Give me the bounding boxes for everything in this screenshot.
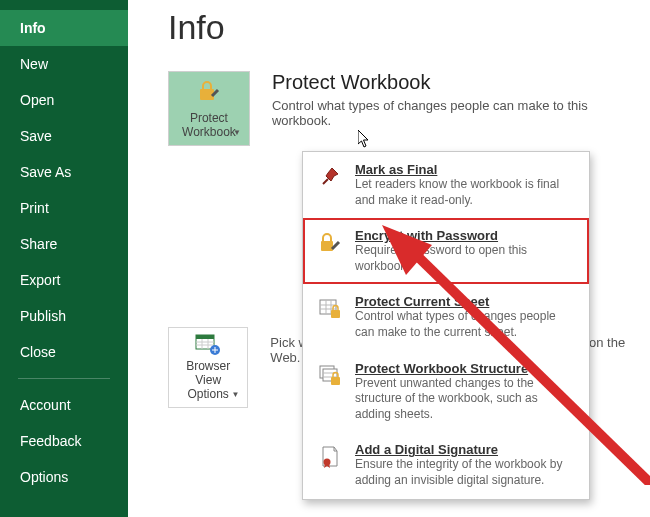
sidebar-item-account[interactable]: Account [0, 387, 128, 423]
svg-line-8 [323, 179, 328, 184]
menu-item-protect-workbook-structure[interactable]: Protect Workbook Structure Prevent unwan… [303, 351, 589, 433]
protect-workbook-menu: Mark as Final Let readers know the workb… [302, 151, 590, 500]
menu-item-add-digital-signature[interactable]: Add a Digital Signature Ensure the integ… [303, 432, 589, 498]
menu-item-title: Encrypt with Password [355, 228, 577, 243]
svg-rect-15 [331, 310, 340, 318]
workbook-lock-icon [315, 361, 345, 391]
menu-item-desc: Require a password to open this workbook… [355, 243, 577, 274]
svg-rect-9 [321, 241, 333, 251]
browser-view-icon [195, 334, 221, 359]
menu-item-desc: Ensure the integrity of the workbook by … [355, 457, 577, 488]
menu-item-mark-as-final[interactable]: Mark as Final Let readers know the workb… [303, 152, 589, 218]
protect-workbook-description: Control what types of changes people can… [272, 98, 630, 128]
sidebar-item-print[interactable]: Print [0, 190, 128, 226]
sidebar-item-info[interactable]: Info [0, 10, 128, 46]
menu-item-title: Add a Digital Signature [355, 442, 577, 457]
lock-key-icon [315, 228, 345, 258]
sidebar-item-save-as[interactable]: Save As [0, 154, 128, 190]
main-panel: Info Protect Workbook ▼ Protect Workbook… [128, 0, 650, 517]
menu-item-desc: Control what types of changes people can… [355, 309, 577, 340]
svg-rect-2 [196, 335, 214, 339]
protect-workbook-button[interactable]: Protect Workbook ▼ [168, 71, 250, 146]
chevron-down-icon: ▼ [231, 390, 239, 399]
sidebar-divider [18, 378, 110, 379]
sidebar-item-close[interactable]: Close [0, 334, 128, 370]
menu-item-title: Protect Current Sheet [355, 294, 577, 309]
sidebar-item-publish[interactable]: Publish [0, 298, 128, 334]
menu-item-desc: Prevent unwanted changes to the structur… [355, 376, 577, 423]
menu-item-encrypt-with-password[interactable]: Encrypt with Password Require a password… [303, 218, 589, 284]
menu-item-desc: Let readers know the workbook is final a… [355, 177, 577, 208]
sidebar-item-feedback[interactable]: Feedback [0, 423, 128, 459]
sheet-lock-icon [315, 294, 345, 324]
chevron-down-icon: ▼ [233, 128, 241, 137]
certificate-icon [315, 442, 345, 472]
sidebar-item-open[interactable]: Open [0, 82, 128, 118]
menu-item-title: Protect Workbook Structure [355, 361, 577, 376]
sidebar-item-new[interactable]: New [0, 46, 128, 82]
protect-workbook-heading: Protect Workbook [272, 71, 630, 94]
page-title: Info [168, 8, 630, 47]
browser-view-options-button[interactable]: Browser View Options ▼ [168, 327, 248, 408]
menu-item-protect-current-sheet[interactable]: Protect Current Sheet Control what types… [303, 284, 589, 350]
lock-icon [196, 78, 222, 107]
menu-item-title: Mark as Final [355, 162, 577, 177]
sidebar-item-options[interactable]: Options [0, 459, 128, 495]
pushpin-icon [315, 162, 345, 192]
sidebar-item-save[interactable]: Save [0, 118, 128, 154]
svg-rect-20 [331, 377, 340, 385]
protect-workbook-row: Protect Workbook ▼ Protect Workbook Cont… [168, 71, 630, 146]
sidebar-item-share[interactable]: Share [0, 226, 128, 262]
sidebar-item-export[interactable]: Export [0, 262, 128, 298]
sidebar: Info New Open Save Save As Print Share E… [0, 0, 128, 517]
